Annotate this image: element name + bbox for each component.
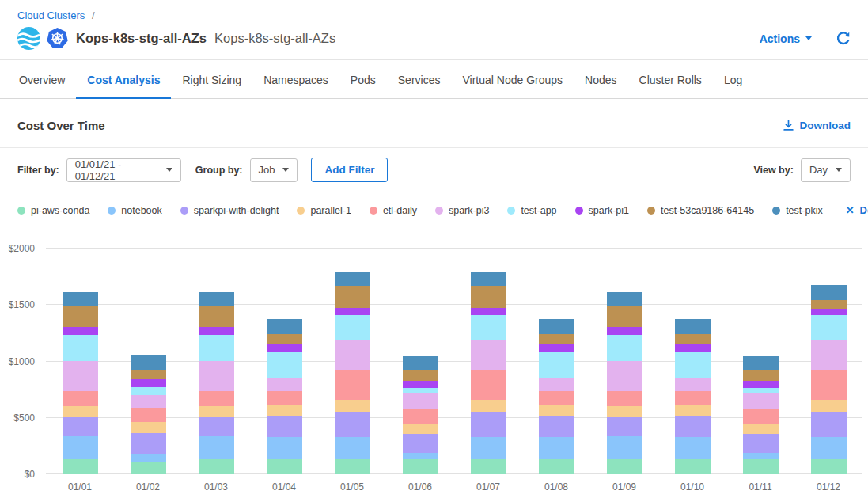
bar-segment-spark-pi1[interactable] <box>811 309 847 316</box>
bar-segment-parallel-1[interactable] <box>471 400 506 412</box>
bar-segment-test-app[interactable] <box>131 387 166 394</box>
bar-segment-notebook[interactable] <box>403 453 438 460</box>
bar-segment-parallel-1[interactable] <box>63 406 98 417</box>
bar-segment-parallel-1[interactable] <box>335 400 370 412</box>
bar-segment-spark-pi3[interactable] <box>403 393 438 409</box>
bar-segment-parallel-1[interactable] <box>403 424 438 435</box>
bar-segment-etl-daily[interactable] <box>267 391 302 406</box>
bar-segment-test-53ca9186-64145[interactable] <box>199 306 234 327</box>
bar-01/09[interactable] <box>590 249 658 474</box>
bar-segment-test-pkix[interactable] <box>63 292 98 306</box>
bar-segment-etl-daily[interactable] <box>403 409 438 424</box>
bar-segment-notebook[interactable] <box>131 454 166 462</box>
bar-segment-sparkpi-with-delight[interactable] <box>607 417 642 436</box>
bar-segment-sparkpi-with-delight[interactable] <box>199 417 234 436</box>
bar-segment-pi-aws-conda[interactable] <box>267 459 302 474</box>
bar-segment-spark-pi3[interactable] <box>607 361 642 391</box>
tab-cost-analysis[interactable]: Cost Analysis <box>76 60 171 99</box>
legend-item-pi-aws-conda[interactable]: pi-aws-conda <box>17 205 89 216</box>
bar-segment-spark-pi1[interactable] <box>199 327 234 335</box>
bar-01/05[interactable] <box>318 249 386 474</box>
bar-segment-test-53ca9186-64145[interactable] <box>63 306 98 327</box>
bar-01/02[interactable] <box>114 249 182 474</box>
bar-segment-parallel-1[interactable] <box>267 405 302 416</box>
bar-segment-test-app[interactable] <box>267 352 302 378</box>
tab-cluster-rolls[interactable]: Cluster Rolls <box>628 60 713 99</box>
bar-segment-test-53ca9186-64145[interactable] <box>675 334 711 345</box>
date-range-select[interactable]: 01/01/21 - 01/12/21 <box>66 158 181 182</box>
bar-01/12[interactable] <box>794 249 862 474</box>
legend-item-test-53ca9186-64145[interactable]: test-53ca9186-64145 <box>647 205 754 216</box>
bar-segment-etl-daily[interactable] <box>743 409 779 424</box>
bar-segment-test-pkix[interactable] <box>811 285 847 300</box>
bar-segment-test-pkix[interactable] <box>267 319 302 334</box>
tab-right-sizing[interactable]: Right Sizing <box>171 60 252 99</box>
bar-segment-test-app[interactable] <box>811 315 847 340</box>
bar-segment-pi-aws-conda[interactable] <box>743 459 779 474</box>
bar-segment-etl-daily[interactable] <box>335 370 370 400</box>
bar-segment-sparkpi-with-delight[interactable] <box>539 416 574 437</box>
bar-segment-notebook[interactable] <box>539 437 574 460</box>
bar-segment-test-app[interactable] <box>199 335 234 361</box>
bar-segment-notebook[interactable] <box>335 437 370 460</box>
bar-segment-sparkpi-with-delight[interactable] <box>63 417 98 436</box>
add-filter-button[interactable]: Add Filter <box>311 158 388 182</box>
bar-segment-spark-pi1[interactable] <box>131 379 166 387</box>
bar-segment-spark-pi3[interactable] <box>267 378 302 390</box>
bar-segment-spark-pi3[interactable] <box>63 361 98 391</box>
bar-01/10[interactable] <box>658 249 726 474</box>
refresh-button[interactable] <box>836 31 851 46</box>
bar-segment-pi-aws-conda[interactable] <box>131 462 166 474</box>
bar-segment-notebook[interactable] <box>267 437 302 460</box>
breadcrumb-link-cloud-clusters[interactable]: Cloud Clusters <box>17 10 85 21</box>
bar-segment-test-53ca9186-64145[interactable] <box>607 306 642 327</box>
bar-segment-notebook[interactable] <box>675 437 711 460</box>
bar-01/08[interactable] <box>522 249 590 474</box>
legend-item-test-app[interactable]: test-app <box>507 205 556 216</box>
bar-segment-test-53ca9186-64145[interactable] <box>335 286 370 308</box>
bar-segment-test-53ca9186-64145[interactable] <box>267 334 302 345</box>
bar-segment-sparkpi-with-delight[interactable] <box>335 412 370 437</box>
tab-pods[interactable]: Pods <box>339 60 387 99</box>
bar-segment-spark-pi1[interactable] <box>675 344 711 352</box>
bar-segment-test-53ca9186-64145[interactable] <box>131 370 166 380</box>
bar-segment-spark-pi3[interactable] <box>131 395 166 408</box>
bar-01/03[interactable] <box>182 249 250 474</box>
bar-segment-parallel-1[interactable] <box>675 405 711 416</box>
bar-segment-parallel-1[interactable] <box>811 400 847 412</box>
bar-segment-parallel-1[interactable] <box>199 406 234 417</box>
legend-item-parallel-1[interactable]: parallel-1 <box>297 205 351 216</box>
bar-segment-sparkpi-with-delight[interactable] <box>131 433 166 454</box>
bar-segment-etl-daily[interactable] <box>607 391 642 406</box>
bar-segment-test-pkix[interactable] <box>743 356 779 370</box>
bar-segment-pi-aws-conda[interactable] <box>335 459 370 474</box>
bar-segment-spark-pi1[interactable] <box>743 381 779 388</box>
bar-segment-test-pkix[interactable] <box>539 319 574 334</box>
bar-segment-pi-aws-conda[interactable] <box>199 459 234 474</box>
bar-segment-pi-aws-conda[interactable] <box>403 459 438 474</box>
bar-segment-test-pkix[interactable] <box>131 355 166 370</box>
bar-segment-spark-pi1[interactable] <box>63 327 98 335</box>
bar-segment-parallel-1[interactable] <box>539 405 574 416</box>
bar-segment-test-app[interactable] <box>607 335 642 361</box>
bar-01/06[interactable] <box>386 249 454 474</box>
bar-segment-sparkpi-with-delight[interactable] <box>471 412 506 437</box>
bar-segment-etl-daily[interactable] <box>199 391 234 406</box>
bar-segment-spark-pi3[interactable] <box>743 393 779 409</box>
bar-segment-test-pkix[interactable] <box>471 272 506 287</box>
bar-segment-test-53ca9186-64145[interactable] <box>403 370 438 381</box>
bar-segment-pi-aws-conda[interactable] <box>63 459 98 474</box>
bar-segment-notebook[interactable] <box>607 436 642 459</box>
bar-segment-test-53ca9186-64145[interactable] <box>471 286 506 308</box>
bar-segment-etl-daily[interactable] <box>471 370 506 400</box>
bar-segment-test-pkix[interactable] <box>335 272 370 287</box>
bar-segment-test-app[interactable] <box>471 315 506 340</box>
bar-segment-pi-aws-conda[interactable] <box>811 459 847 474</box>
bar-segment-sparkpi-with-delight[interactable] <box>267 416 302 437</box>
bar-segment-pi-aws-conda[interactable] <box>675 459 711 474</box>
bar-segment-etl-daily[interactable] <box>63 391 98 406</box>
tab-namespaces[interactable]: Namespaces <box>252 60 339 99</box>
download-button[interactable]: Download <box>783 120 851 131</box>
deselect-all-button[interactable]: ✕ Deselect All <box>846 204 868 216</box>
bar-segment-spark-pi1[interactable] <box>471 308 506 315</box>
